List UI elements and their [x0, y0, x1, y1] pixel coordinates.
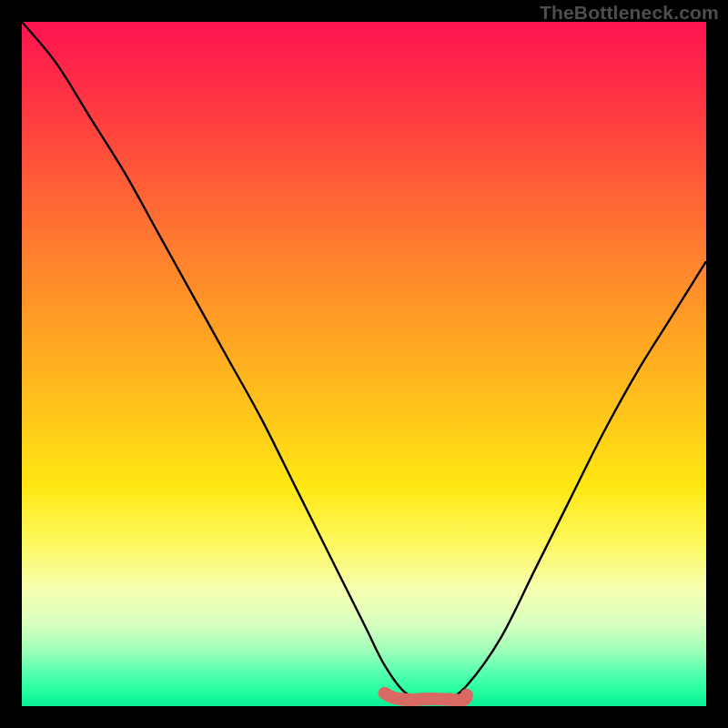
watermark-text: TheBottleneck.com: [540, 2, 719, 24]
bottleneck-curve-path: [22, 22, 706, 701]
optimal-range-marker: [385, 693, 467, 701]
plot-area: [22, 22, 706, 706]
chart-frame: TheBottleneck.com: [0, 0, 728, 728]
chart-svg: [22, 22, 706, 706]
